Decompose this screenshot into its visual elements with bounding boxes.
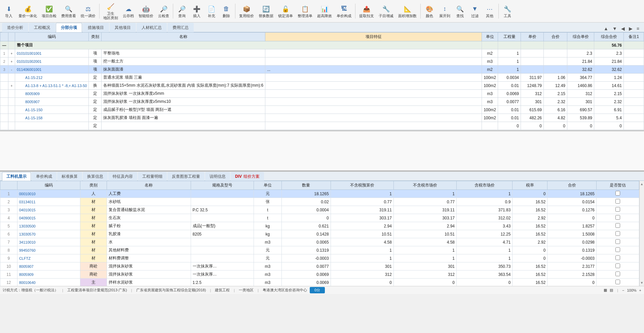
tab-other-items[interactable]: 其他项目 [110,23,136,32]
view-icon-2[interactable]: ▤ [610,288,613,292]
cell-feature[interactable] [265,106,482,114]
cell-total[interactable]: 4.82 [544,114,567,122]
cell-qty[interactable]: 0.01 [498,114,521,122]
cell-name[interactable]: 抹灰面面漆 [102,66,265,74]
bt-cell-rate[interactable]: 16.52 [513,270,547,279]
provisional-checkbox[interactable] [615,199,620,204]
cell-note[interactable] [624,74,644,82]
cell-expand[interactable] [8,90,15,98]
cell-note[interactable] [624,90,644,98]
bt-cell-code[interactable]: 13030500 [17,222,80,230]
cell-code[interactable]: 010101002001 [15,57,89,66]
toolbar-lock-clear[interactable]: 🔓 锁定清单 [276,4,295,19]
cell-expand[interactable] [8,106,15,114]
provisional-checkbox[interactable] [615,280,620,284]
bt-cell-tax-excl-market[interactable]: 1 [393,246,456,254]
bt-cell-total[interactable]: 2.3177 [547,262,597,270]
toolbar-unified-adjust[interactable]: ⚖ 统一调价 [79,4,97,19]
tab-right-btn[interactable]: ▶ [628,25,634,32]
list-item[interactable]: 12 80010640 主 拌样水泥砂浆 1:2.5 m3 0.0069 0 0… [0,279,639,286]
tab-project-overview[interactable]: 工程概况 [29,23,55,32]
cell-feature[interactable] [265,122,482,130]
cell-qty[interactable]: 0.01 [498,106,521,114]
toolbar-other[interactable]: ⋯ 其他 [483,4,496,19]
tab-section-items[interactable]: 分部分项 [56,23,82,32]
table-row[interactable]: 定 0 0 0 0 0 [0,122,644,130]
cell-synthprice[interactable]: 301 [567,98,594,106]
cell-code[interactable] [15,122,89,130]
cell-price[interactable]: 312 [521,90,544,98]
cell-expand[interactable]: + [8,82,15,90]
bt-cell-code[interactable]: 04090015 [17,214,80,222]
bt-cell-tax-excl-market[interactable]: 301 [393,262,456,270]
cell-qty[interactable]: 1 [498,57,521,66]
toolbar-smart-group[interactable]: 🤖 智能组价 [137,4,155,19]
cell-expand[interactable]: - [8,66,15,74]
list-item[interactable]: 4 04090015 材 生石灰 t 0 303.17 303.17 312.0… [0,214,639,222]
bt-cell-qty[interactable]: 0.02 [281,198,331,206]
cell-synthprice[interactable]: 312 [567,90,594,98]
cell-qty[interactable]: 1 [498,49,521,57]
bt-cell-tax-excl-market[interactable]: 312 [393,270,456,279]
bt-cell-provisional[interactable] [597,214,639,222]
cell-synthprice[interactable]: 539.89 [567,114,594,122]
cell-synthtotal[interactable]: 1.24 [594,74,624,82]
bt-cell-name[interactable]: 拌样水泥砂浆 [107,279,191,286]
bt-cell-provisional[interactable] [597,270,639,279]
cell-price[interactable] [521,49,544,57]
table-row[interactable]: + A1-13-8 + A1-13-51-1 * -8,+ A1-13-50 换… [0,82,644,90]
toolbar-find[interactable]: 🔍 查找 [453,4,467,19]
bt-cell-rate[interactable]: 0 [513,246,547,254]
bt-cell-tax-incl[interactable]: 4.71 [457,238,513,246]
cell-feature[interactable] [265,57,482,66]
tab-labor-machine[interactable]: 工料机显示 [2,172,31,181]
score-btn[interactable]: 0分 [310,287,325,293]
cell-note[interactable] [624,122,644,130]
cell-synthprice[interactable]: 1460.86 [567,82,594,90]
cell-synthprice[interactable]: 0 [567,122,594,130]
cell-total[interactable] [544,49,567,57]
bt-cell-tax-incl[interactable]: 1 [457,254,513,262]
bt-cell-tax-excl-market[interactable]: 2.94 [393,222,456,230]
bt-cell-code[interactable]: 8005907 [17,262,80,270]
bt-cell-tax-excl-market[interactable]: 319.11 [393,206,456,214]
cell-qty[interactable]: 0.0069 [498,90,521,98]
bt-cell-code[interactable]: 99450760 [17,246,80,254]
bt-cell-qty[interactable]: 0.1319 [281,246,331,254]
cell-price[interactable] [521,66,544,74]
bt-cell-tax-excl-market[interactable]: 303.17 [393,214,456,222]
bt-cell-tax-excl-budget[interactable]: 301 [331,262,393,270]
bt-cell-qty[interactable]: 0.1428 [281,230,331,238]
toolbar-cost-check[interactable]: 🔍 费用查看 [60,4,78,19]
bt-cell-name[interactable]: 乳胶漆 [107,230,191,238]
cell-total[interactable] [544,57,567,66]
bt-cell-tax-excl-market[interactable]: 1 [393,190,456,198]
cell-expand[interactable] [8,74,15,82]
toolbar-replace[interactable]: 🔄 替换数据 [257,4,275,19]
bt-cell-tax-incl[interactable]: 0.9 [457,198,513,206]
cell-name[interactable]: 挖一般土方 [102,57,265,66]
bt-cell-tax-excl-budget[interactable]: 303.17 [331,214,393,222]
cell-total[interactable]: 2.32 [544,98,567,106]
cell-note[interactable] [624,98,644,106]
toolbar-supplement[interactable]: 📄 补充 [205,4,218,19]
cell-note[interactable] [624,49,644,57]
bt-cell-tax-excl-budget[interactable]: 312 [331,270,393,279]
cell-price[interactable] [521,57,544,66]
bt-cell-tax-incl[interactable]: 3.43 [457,222,513,230]
bt-cell-rate[interactable]: 16.52 [513,206,547,214]
bt-cell-total[interactable]: 0 [547,279,597,286]
cell-expand[interactable] [8,122,15,130]
bt-cell-qty[interactable]: 0 [281,214,331,222]
cell-expand[interactable]: + [8,49,15,57]
cell-note[interactable] [624,82,644,90]
toolbar-unit-compose[interactable]: 🏗 单价构成 [335,4,353,19]
view-icon-1[interactable]: ▦ [604,288,607,292]
bt-cell-total[interactable]: 0.1319 [547,246,597,254]
bt-cell-provisional[interactable] [597,279,639,286]
bt-cell-name[interactable]: 水 [107,238,191,246]
cell-code[interactable]: A1-15-212 [15,74,89,82]
bt-cell-spec[interactable] [191,190,254,198]
cell-feature[interactable] [265,82,482,90]
bt-cell-name[interactable]: 其他材料费 [107,246,191,254]
